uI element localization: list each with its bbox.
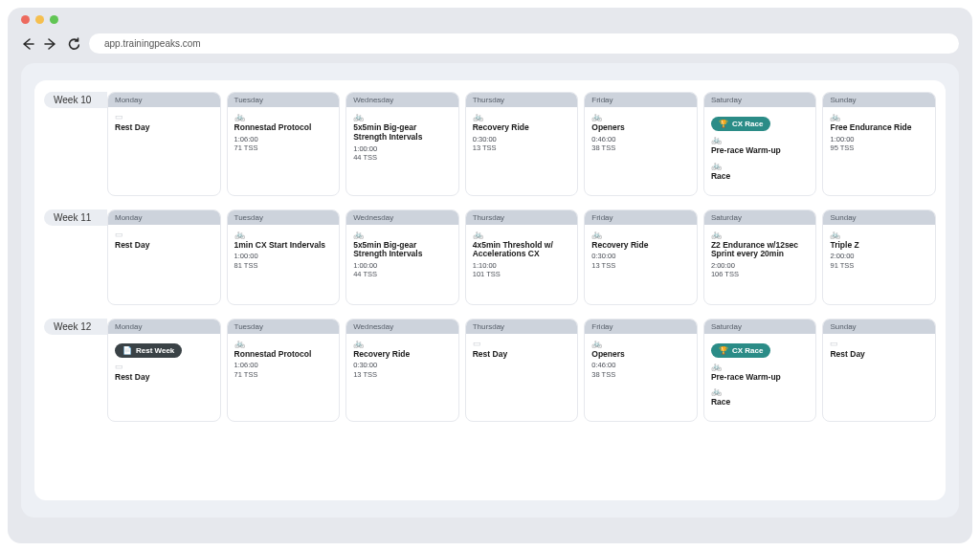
close-icon[interactable] <box>21 15 30 24</box>
workout-item[interactable]: 🚲Free Endurance Ride1:00:0095 TSS <box>830 113 928 153</box>
url-input[interactable]: app.trainingpeaks.com <box>89 33 959 54</box>
bike-icon: 🚲 <box>353 231 452 239</box>
workout-title: Openers <box>591 350 690 360</box>
workout-item[interactable]: 🚲Recovery Ride0:30:0013 TSS <box>591 231 690 271</box>
day-card[interactable]: Tuesday🚲Ronnestad Protocol1:06:0071 TSS <box>227 319 341 423</box>
workout-title: Recovery Ride <box>353 350 452 360</box>
day-card[interactable]: Thursday🚲4x5min Threshold w/ Acceleratio… <box>465 209 579 305</box>
day-card[interactable]: Friday🚲Openers0:46:0038 TSS <box>584 92 698 196</box>
day-card[interactable]: Thursday▭Rest Day <box>465 319 579 423</box>
days: Monday📄Rest Week▭Rest DayTuesday🚲Ronnest… <box>107 319 936 423</box>
workout-item[interactable]: ▭Rest Day <box>830 340 928 360</box>
day-card[interactable]: Thursday🚲Recovery Ride0:30:0013 TSS <box>465 92 579 196</box>
workout-title: Rest Day <box>830 350 928 360</box>
day-body: 🚲Openers0:46:0038 TSS <box>585 107 697 166</box>
workout-title: Pre-race Warm-up <box>711 146 810 156</box>
workout-item[interactable]: 🚲Pre-race Warm-up <box>711 363 810 383</box>
back-icon[interactable] <box>21 37 34 51</box>
day-card[interactable]: Tuesday🚲1min CX Start Indervals1:00:0081… <box>227 209 341 305</box>
workout-item[interactable]: ▭Rest Day <box>115 113 213 133</box>
minimize-icon[interactable] <box>35 15 44 24</box>
workout-tss: 81 TSS <box>234 261 333 270</box>
workout-item[interactable]: ▭Rest Day <box>473 340 571 360</box>
day-card[interactable]: Sunday▭Rest Day <box>822 319 936 423</box>
workout-item[interactable]: 🚲Recovery Ride0:30:0013 TSS <box>353 340 452 380</box>
workout-title: Rest Day <box>115 241 213 251</box>
day-header: Saturday <box>704 320 816 334</box>
workout-item[interactable]: ▭Rest Day <box>115 231 213 251</box>
day-card[interactable]: Wednesday🚲Recovery Ride0:30:0013 TSS <box>345 319 459 423</box>
bike-icon: 🚲 <box>353 113 452 121</box>
workout-item[interactable]: 🚲4x5min Threshold w/ Accelerations CX1:1… <box>473 231 571 279</box>
workout-title: 5x5min Big-gear Strength Intervals <box>353 241 452 260</box>
workout-title: 5x5min Big-gear Strength Intervals <box>353 123 452 143</box>
day-body: 🚲5x5min Big-gear Strength Intervals1:00:… <box>346 107 458 175</box>
bike-icon: 🚲 <box>473 231 571 239</box>
day-card[interactable]: Monday▭Rest Day <box>107 209 221 305</box>
day-body: 📄Rest Week▭Rest Day <box>108 334 220 396</box>
workout-tss: 38 TSS <box>591 370 690 379</box>
day-header: Saturday <box>704 93 816 107</box>
day-body: 🚲Recovery Ride0:30:0013 TSS <box>466 107 578 166</box>
week-row: Week 11Monday▭Rest DayTuesday🚲1min CX St… <box>44 209 936 305</box>
day-card[interactable]: Wednesday🚲5x5min Big-gear Strength Inter… <box>345 92 459 196</box>
note-badge[interactable]: 📄Rest Week <box>115 343 182 358</box>
day-header: Saturday <box>704 210 816 225</box>
workout-item[interactable]: ▭Rest Day <box>115 363 213 383</box>
day-card[interactable]: Sunday🚲Free Endurance Ride1:00:0095 TSS <box>822 92 936 196</box>
workout-title: Ronnestad Protocol <box>234 123 333 133</box>
workout-item[interactable]: 🚲Recovery Ride0:30:0013 TSS <box>473 113 571 153</box>
workout-item[interactable]: 🚲5x5min Big-gear Strength Intervals1:00:… <box>353 113 452 162</box>
workout-item[interactable]: 🚲Ronnestad Protocol1:06:0071 TSS <box>234 113 333 153</box>
workout-item[interactable]: 🚲Openers0:46:0038 TSS <box>591 340 690 380</box>
workout-tss: 44 TSS <box>353 153 452 162</box>
workout-duration: 0:46:00 <box>591 361 690 369</box>
day-card[interactable]: Saturday🏆CX Race🚲Pre-race Warm-up🚲Race <box>703 319 817 423</box>
workout-item[interactable]: 🚲Triple Z2:00:0091 TSS <box>830 231 928 271</box>
day-header: Monday <box>108 320 220 334</box>
workout-title: Recovery Ride <box>473 123 571 133</box>
refresh-icon[interactable] <box>67 37 79 50</box>
workout-item[interactable]: 🚲5x5min Big-gear Strength Intervals1:00:… <box>353 231 452 279</box>
day-card[interactable]: Wednesday🚲5x5min Big-gear Strength Inter… <box>345 209 459 305</box>
day-card[interactable]: Saturday🏆CX Race🚲Pre-race Warm-up🚲Race <box>703 92 817 196</box>
workout-item[interactable]: 🚲Ronnestad Protocol1:06:0071 TSS <box>234 340 333 380</box>
workout-title: 4x5min Threshold w/ Accelerations CX <box>473 241 571 260</box>
day-card[interactable]: Monday📄Rest Week▭Rest Day <box>107 319 221 423</box>
calendar: Week 10Monday▭Rest DayTuesday🚲Ronnestad … <box>34 80 946 500</box>
trophy-icon: 🏆 <box>719 120 728 128</box>
day-body: ▭Rest Day <box>108 225 220 264</box>
day-body: 🚲5x5min Big-gear Strength Intervals1:00:… <box>346 225 458 293</box>
day-card[interactable]: Tuesday🚲Ronnestad Protocol1:06:0071 TSS <box>227 92 341 196</box>
workout-item[interactable]: 🚲Race <box>711 387 810 408</box>
workout-tss: 71 TSS <box>234 143 333 152</box>
day-card[interactable]: Sunday🚲Triple Z2:00:0091 TSS <box>822 209 936 305</box>
workout-title: Rest Day <box>115 373 213 383</box>
maximize-icon[interactable] <box>50 15 58 24</box>
workout-item[interactable]: 🚲Openers0:46:0038 TSS <box>591 113 690 153</box>
day-body: 🚲Openers0:46:0038 TSS <box>585 334 697 393</box>
bike-icon: 🚲 <box>711 231 810 239</box>
week-row: Week 12Monday📄Rest Week▭Rest DayTuesday🚲… <box>44 319 936 423</box>
day-body: ▭Rest Day <box>466 334 578 373</box>
day-card[interactable]: Friday🚲Recovery Ride0:30:0013 TSS <box>584 209 698 305</box>
workout-item[interactable]: 🚲Pre-race Warm-up <box>711 136 810 156</box>
day-card[interactable]: Monday▭Rest Day <box>107 92 221 196</box>
days: Monday▭Rest DayTuesday🚲1min CX Start Ind… <box>107 209 936 305</box>
workout-item[interactable]: 🚲1min CX Start Indervals1:00:0081 TSS <box>234 231 333 271</box>
day-card[interactable]: Friday🚲Openers0:46:0038 TSS <box>584 319 698 423</box>
race-badge[interactable]: 🏆CX Race <box>711 343 770 358</box>
workout-item[interactable]: 🚲Race <box>711 162 810 182</box>
bike-icon: 🚲 <box>591 340 690 348</box>
workout-item[interactable]: 🚲Z2 Endurance w/12sec Sprint every 20min… <box>711 231 810 279</box>
workout-title: Rest Day <box>115 123 213 133</box>
workout-tss: 44 TSS <box>353 270 452 278</box>
day-header: Wednesday <box>346 93 458 107</box>
forward-icon[interactable] <box>44 37 57 51</box>
titlebar <box>8 8 972 28</box>
rest-icon: ▭ <box>115 231 213 239</box>
days: Monday▭Rest DayTuesday🚲Ronnestad Protoco… <box>107 92 936 196</box>
race-badge[interactable]: 🏆CX Race <box>711 117 770 131</box>
workout-title: Openers <box>591 123 690 133</box>
day-card[interactable]: Saturday🚲Z2 Endurance w/12sec Sprint eve… <box>703 209 817 305</box>
